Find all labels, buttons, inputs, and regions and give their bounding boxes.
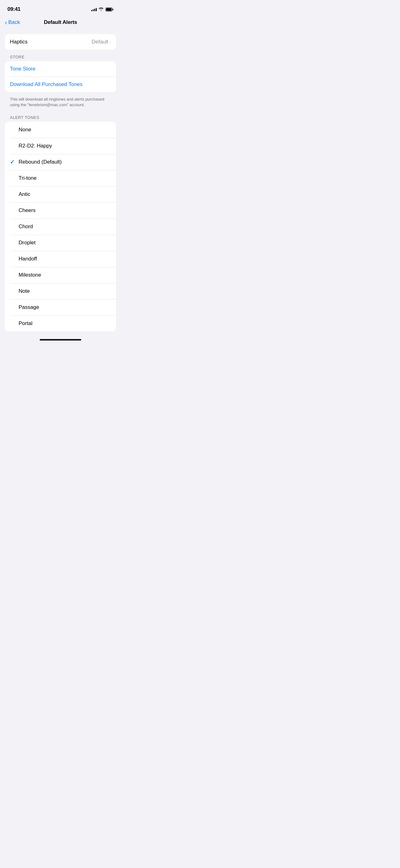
haptics-row[interactable]: Haptics Default ›	[5, 34, 116, 50]
page-title: Default Alerts	[44, 19, 77, 26]
store-card: Tone Store Download All Purchased Tones	[5, 61, 116, 92]
tone-name: Portal	[19, 320, 32, 327]
home-indicator	[0, 334, 121, 343]
svg-rect-1	[112, 9, 113, 10]
haptics-card: Haptics Default ›	[5, 34, 116, 50]
tone-row[interactable]: Antic	[5, 186, 116, 203]
download-tones-row[interactable]: Download All Purchased Tones	[5, 77, 116, 92]
tone-row[interactable]: Handoff	[5, 251, 116, 267]
tone-store-row[interactable]: Tone Store	[5, 61, 116, 77]
tone-name: Antic	[19, 191, 30, 197]
tone-row[interactable]: Cheers	[5, 203, 116, 219]
tone-name: None	[19, 127, 31, 133]
svg-rect-2	[106, 8, 112, 11]
tone-name: R2-D2: Happy	[19, 143, 52, 149]
status-icons	[91, 7, 113, 11]
signal-icon	[91, 7, 97, 11]
wifi-icon	[99, 7, 104, 11]
tone-row[interactable]: Note	[5, 283, 116, 299]
download-tones-label: Download All Purchased Tones	[10, 81, 82, 88]
alert-tones-card: NoneR2-D2: Happy✓Rebound (Default)Tri-to…	[5, 122, 116, 332]
tone-name: Cheers	[19, 207, 36, 214]
haptics-value-text: Default	[92, 39, 108, 45]
alert-tones-section-header: ALERT TONES	[5, 113, 116, 122]
tone-check-icon: ✓	[10, 159, 19, 165]
tone-row[interactable]: Milestone	[5, 267, 116, 283]
tone-name: Tri-tone	[19, 175, 37, 181]
battery-icon	[105, 7, 113, 11]
content-area: Haptics Default › STORE Tone Store Downl…	[0, 29, 121, 332]
haptics-label: Haptics	[10, 39, 28, 45]
tone-name: Chord	[19, 223, 33, 230]
tone-name: Passage	[19, 304, 39, 310]
tone-name: Note	[19, 288, 30, 294]
tone-row[interactable]: ✓Rebound (Default)	[5, 154, 116, 170]
tone-name: Droplet	[19, 240, 36, 246]
tone-name: Milestone	[19, 272, 41, 278]
status-time: 09:41	[7, 6, 21, 12]
status-bar: 09:41	[0, 0, 121, 17]
back-chevron-icon: ‹	[5, 19, 7, 26]
back-button[interactable]: ‹ Back	[5, 19, 20, 26]
home-bar	[40, 339, 81, 341]
back-label: Back	[8, 19, 20, 26]
tone-row[interactable]: Passage	[5, 299, 116, 315]
tone-store-label: Tone Store	[10, 66, 35, 72]
tone-row[interactable]: Tri-tone	[5, 170, 116, 186]
store-section-header: STORE	[5, 52, 116, 61]
tone-row[interactable]: Portal	[5, 315, 116, 332]
tone-name: Handoff	[19, 256, 37, 262]
tone-row[interactable]: R2-D2: Happy	[5, 138, 116, 154]
haptics-value: Default ›	[92, 39, 111, 45]
tone-name: Rebound (Default)	[19, 159, 62, 165]
haptics-chevron-icon: ›	[109, 39, 111, 44]
tone-row[interactable]: Droplet	[5, 235, 116, 251]
store-section-footer: This will download all ringtones and ale…	[5, 95, 116, 113]
tone-row[interactable]: None	[5, 122, 116, 138]
tone-row[interactable]: Chord	[5, 219, 116, 235]
nav-bar: ‹ Back Default Alerts	[0, 17, 121, 29]
